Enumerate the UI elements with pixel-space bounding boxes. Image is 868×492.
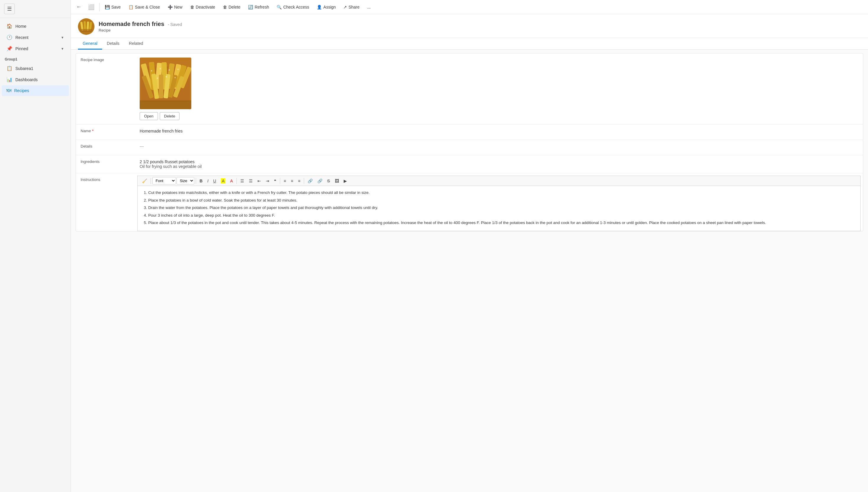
check-access-button[interactable]: 🔍 Check Access [273, 3, 313, 11]
sidebar-item-home[interactable]: 🏠 Home [2, 21, 69, 31]
instruction-item-3: Drain the water from the potatoes. Place… [148, 204, 855, 211]
instructions-list: Cut the potatoes into matchsticks, eithe… [142, 190, 855, 226]
recent-expand-icon: ▼ [61, 36, 64, 39]
rte-clear-formatting-button[interactable]: 🧹 [140, 177, 149, 184]
details-value[interactable]: --- [135, 140, 863, 155]
rte-indent-more-button[interactable]: ⇥ [264, 177, 271, 184]
svg-rect-29 [140, 100, 191, 109]
ingredients-line2: Oil for frying such as vegetable oil [140, 164, 858, 169]
pinned-icon: 📌 [6, 46, 13, 51]
pinned-expand-icon: ▼ [61, 47, 64, 50]
svg-point-27 [166, 76, 167, 77]
details-label: Details [76, 140, 135, 155]
new-button[interactable]: ➕ New [164, 3, 186, 11]
record-title-area: Homemade french fries - Saved Recipe [99, 21, 182, 32]
rte-italic-button[interactable]: I [205, 177, 211, 184]
sidebar-header: ☰ [0, 0, 71, 18]
rte-align-center-button[interactable]: ≡ [289, 177, 295, 184]
svg-point-23 [160, 68, 161, 69]
instructions-content[interactable]: Cut the potatoes into matchsticks, eithe… [137, 186, 861, 231]
instructions-label: Instructions [76, 173, 135, 231]
rte-sep-1 [150, 178, 151, 184]
open-new-window-button[interactable]: ⬜ [85, 2, 97, 12]
rte-image-button[interactable]: 🖼 [333, 177, 341, 184]
rte-font-select[interactable]: Font [152, 177, 176, 184]
sidebar-item-home-label: Home [15, 24, 26, 29]
sidebar-item-subarea1-label: Subarea1 [15, 66, 33, 71]
rte-align-right-button[interactable]: ≡ [296, 177, 302, 184]
rte-highlight-button[interactable]: A [219, 177, 227, 184]
rte-indent-less-button[interactable]: ⇤ [256, 177, 263, 184]
sidebar-item-pinned-label: Pinned [15, 46, 28, 51]
rte-quote-button[interactable]: ❝ [272, 177, 279, 184]
deactivate-button[interactable]: 🗑 Deactivate [187, 3, 219, 11]
rte-bullet-list-button[interactable]: ☰ [238, 177, 246, 184]
toolbar: ← ⬜ 💾 Save 📋 Save & Close ➕ New 🗑 Deacti… [71, 0, 868, 14]
save-close-button[interactable]: 📋 Save & Close [125, 3, 164, 11]
more-button[interactable]: ... [364, 3, 375, 11]
instruction-item-5: Place about 1/3 of the potatoes in the p… [148, 220, 855, 226]
refresh-button[interactable]: 🔄 Refresh [244, 3, 272, 11]
form-section-main: Recipe image [76, 53, 863, 231]
avatar-image [78, 18, 95, 35]
recipes-icon: 🍽 [6, 88, 11, 93]
tab-related[interactable]: Related [124, 38, 148, 50]
rte-more-button[interactable]: ▶ [342, 177, 349, 184]
home-icon: 🏠 [6, 23, 13, 29]
assign-button[interactable]: 👤 Assign [313, 3, 339, 11]
recipe-image-svg [140, 57, 191, 109]
sidebar-item-subarea1[interactable]: 📋 Subarea1 [2, 63, 69, 74]
sidebar-item-dashboards[interactable]: 📊 Dashboards [2, 74, 69, 85]
svg-point-24 [169, 69, 170, 71]
sidebar-nav: 🏠 Home 🕐 Recent ▼ 📌 Pinned ▼ Group1 📋 Su… [0, 18, 71, 99]
image-delete-button[interactable]: Delete [160, 112, 180, 120]
rte-align-left-button[interactable]: ≡ [282, 177, 288, 184]
share-button[interactable]: ↗ Share [340, 3, 363, 11]
image-row: Recipe image [76, 53, 863, 125]
instructions-main: Instructions 🧹 Font Size [76, 173, 863, 231]
rte-sep-5 [304, 178, 304, 184]
rte-sep-2 [196, 178, 196, 184]
tabs-bar: General Details Related [71, 38, 868, 50]
rte-sep-4 [280, 178, 280, 184]
tab-general[interactable]: General [78, 38, 102, 50]
sidebar: ☰ 🏠 Home 🕐 Recent ▼ 📌 Pinned ▼ Group1 📋 … [0, 0, 71, 492]
ingredients-value[interactable]: 2 1/2 pounds Russet potatoes Oil for fry… [135, 155, 863, 173]
sidebar-menu-button[interactable]: ☰ [4, 3, 15, 14]
details-row: Details --- [76, 140, 863, 155]
svg-point-22 [151, 70, 152, 71]
save-icon: 💾 [105, 5, 110, 9]
delete-button[interactable]: 🗑 Delete [219, 3, 244, 11]
form-area: Recipe image [71, 50, 868, 492]
name-label: Name * [76, 125, 135, 140]
svg-rect-5 [80, 29, 92, 32]
assign-icon: 👤 [317, 5, 322, 9]
rte-bold-button[interactable]: B [197, 177, 204, 184]
rte-font-color-button[interactable]: A [228, 177, 235, 184]
record-header: Homemade french fries - Saved Recipe [71, 14, 868, 38]
rte-numbered-list-button[interactable]: ☰ [247, 177, 255, 184]
sidebar-item-recipes[interactable]: 🍽 Recipes [2, 85, 69, 96]
rte-unlink-button[interactable]: 🔗 [315, 177, 324, 184]
rte-strikethrough-button[interactable]: S [325, 177, 332, 184]
rte-size-select[interactable]: Size [176, 177, 194, 184]
record-title-line: Homemade french fries - Saved [99, 21, 182, 27]
instructions-editor-area: 🧹 Font Size B I [135, 173, 863, 231]
refresh-icon: 🔄 [248, 5, 253, 9]
image-open-button[interactable]: Open [140, 112, 158, 120]
rte-link-button[interactable]: 🔗 [306, 177, 315, 184]
tab-details[interactable]: Details [102, 38, 124, 50]
save-button[interactable]: 💾 Save [101, 3, 124, 11]
name-value[interactable]: Homemade french fries [135, 125, 863, 140]
rte-underline-button[interactable]: U [211, 177, 218, 184]
subarea1-icon: 📋 [6, 66, 13, 71]
back-button[interactable]: ← [73, 2, 85, 12]
sidebar-item-recent[interactable]: 🕐 Recent ▼ [2, 32, 69, 43]
avatar [78, 18, 95, 35]
sidebar-item-pinned[interactable]: 📌 Pinned ▼ [2, 43, 69, 54]
instruction-item-1: Cut the potatoes into matchsticks, eithe… [148, 190, 855, 196]
name-row: Name * Homemade french fries [76, 125, 863, 140]
sidebar-item-recent-label: Recent [15, 35, 28, 40]
rte-sep-3 [237, 178, 237, 184]
svg-rect-18 [159, 75, 163, 98]
